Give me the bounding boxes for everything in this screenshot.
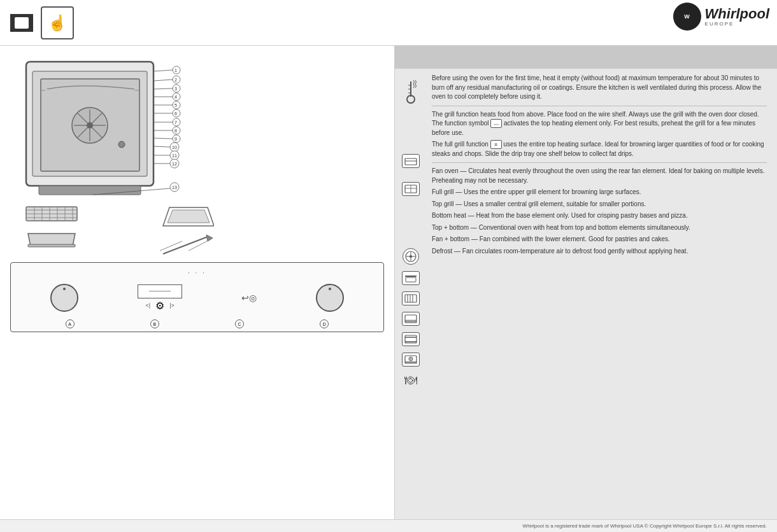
label-D-text: D (323, 322, 326, 326)
fan-oven-icon (403, 248, 419, 265)
svg-text:6: 6 (175, 111, 177, 116)
left-knob[interactable] (50, 284, 78, 312)
svg-text:9: 9 (175, 137, 177, 141)
brand-name: Whirlpool (705, 7, 769, 21)
fan-oven-svg (404, 250, 417, 263)
baking-tray-icon (23, 228, 80, 251)
inline-full-grill-icon: ≡ (490, 140, 502, 149)
svg-text:13: 13 (172, 185, 177, 190)
svg-rect-72 (405, 158, 417, 165)
top-grill-icon (402, 291, 420, 305)
grill-function-icon (402, 154, 420, 168)
label-B: B (150, 319, 159, 328)
right-panel-header (395, 46, 777, 69)
label-C-text: C (238, 322, 241, 326)
multifunction-svg (404, 184, 418, 194)
header-left: ☝ (10, 6, 74, 39)
svg-line-63 (163, 237, 208, 254)
thermometer-icon-container (404, 79, 418, 106)
oven-diagram-area: 1 2 3 4 5 6 7 (10, 52, 384, 199)
fan-bottom-icon (402, 353, 420, 367)
full-grill-svg (404, 273, 418, 283)
wire-rack-icon (23, 204, 80, 226)
defrost-icon: 🍽 (404, 373, 417, 388)
svg-line-40 (153, 146, 170, 147)
bottom-heat-icon (402, 312, 420, 326)
header: ☝ W Whirlpool EUROPE (0, 0, 777, 46)
svg-text:1: 1 (175, 68, 177, 73)
svg-line-13 (153, 70, 173, 71)
rotation-arrows-icon: ↩◎ (241, 293, 257, 303)
page-icon-box (10, 14, 33, 32)
accessories-area (23, 204, 384, 257)
svg-text:4: 4 (175, 95, 177, 99)
control-labels: A B C D (21, 319, 373, 328)
svg-line-37 (153, 138, 173, 139)
svg-rect-12 (39, 186, 141, 195)
footer: Whirlpool is a registered trade mark of … (0, 519, 777, 532)
thermometer-text-block: Before using the oven for the first time… (432, 74, 767, 102)
top-bottom-svg (404, 334, 418, 344)
svg-text:12: 12 (172, 162, 177, 166)
accessory-group-right (157, 204, 214, 257)
thermometer-icon (404, 79, 418, 104)
lower-functions-text: Fan oven — Circulates heat evenly throug… (432, 167, 767, 256)
glass-tray-icon (157, 204, 214, 229)
accessory-group-left (23, 204, 80, 257)
icon-column: 🍽 (395, 74, 427, 514)
roasting-skewer-icon (157, 232, 214, 257)
label-D: D (320, 319, 329, 328)
svg-line-64 (160, 241, 182, 251)
svg-marker-66 (206, 235, 213, 241)
grill-icon-svg (404, 156, 418, 166)
svg-line-16 (153, 80, 173, 81)
svg-rect-81 (406, 277, 416, 282)
whirlpool-logo: W Whirlpool EUROPE (673, 3, 769, 31)
top-grill-svg (404, 293, 418, 304)
oven-diagram: 1 2 3 4 5 6 7 (10, 52, 201, 199)
grill-text-block: The grill function heats food from above… (432, 110, 767, 159)
label-C: C (235, 319, 244, 328)
label-A: A (66, 319, 75, 328)
top-bottom-icon (402, 332, 420, 346)
full-grill-icon (402, 271, 420, 285)
brand-sub: EUROPE (705, 21, 769, 27)
svg-text:7: 7 (175, 120, 177, 125)
inline-grill-icon: — (490, 119, 502, 128)
svg-text:8: 8 (175, 129, 177, 133)
center-controls: ────── <| ⚙ |> (138, 284, 182, 312)
svg-line-19 (153, 88, 173, 89)
bottom-heat-svg (404, 314, 418, 324)
svg-text:11: 11 (172, 153, 177, 158)
settings-gear-icon[interactable]: ⚙ (155, 300, 164, 312)
svg-text:2: 2 (175, 78, 177, 82)
svg-rect-82 (405, 295, 417, 302)
control-panel-inner: ────── <| ⚙ |> ↩◎ (21, 279, 373, 317)
footer-text: Whirlpool is a registered trade mark of … (523, 523, 767, 529)
label-A-text: A (68, 322, 71, 326)
main-container: 1 2 3 4 5 6 7 (0, 46, 777, 519)
svg-point-11 (118, 141, 125, 148)
label-B-text: B (153, 322, 157, 326)
right-panel: 🍽 Before using the oven for the first ti… (395, 46, 777, 519)
svg-point-80 (410, 255, 412, 258)
right-knob[interactable] (316, 284, 344, 312)
touch-hand-icon: ☝ (41, 6, 74, 39)
svg-rect-87 (406, 320, 416, 322)
left-panel: 1 2 3 4 5 6 7 (0, 46, 395, 519)
multifunction-icon (402, 182, 420, 196)
svg-text:5: 5 (175, 103, 177, 108)
fan-bottom-svg (404, 354, 418, 365)
display-box: ────── (138, 284, 182, 298)
right-panel-content: 🍽 Before using the oven for the first ti… (395, 69, 777, 519)
text-column: Before using the oven for the first time… (427, 74, 772, 514)
svg-text:3: 3 (175, 87, 177, 91)
control-panel-area: · · · ────── <| ⚙ |> (10, 262, 384, 332)
left-arrow-btn[interactable]: <| (146, 302, 151, 309)
right-arrow-btn[interactable]: |> (169, 302, 175, 309)
button-row: <| ⚙ |> (146, 300, 175, 312)
svg-text:10: 10 (172, 145, 177, 150)
svg-rect-62 (28, 244, 75, 247)
svg-point-10 (87, 122, 93, 129)
